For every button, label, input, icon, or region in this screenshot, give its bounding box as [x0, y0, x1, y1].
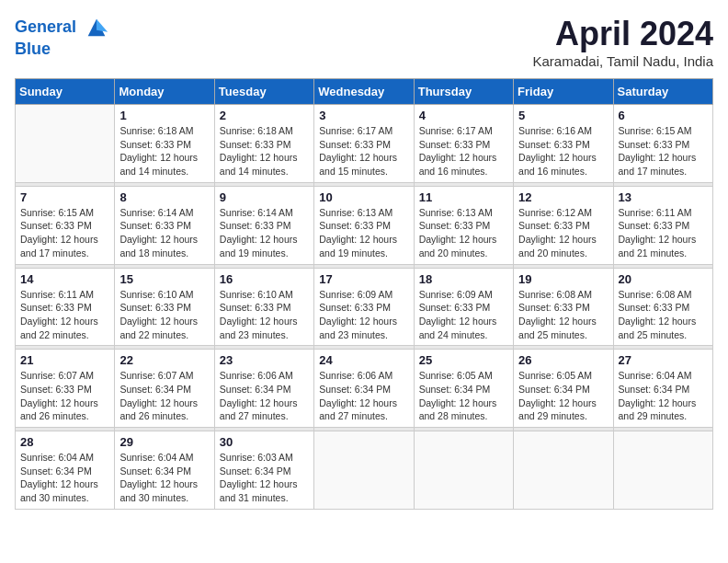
calendar-day-cell: 3Sunrise: 6:17 AMSunset: 6:33 PMDaylight…	[314, 105, 414, 183]
day-detail: Sunrise: 6:17 AMSunset: 6:33 PMDaylight:…	[319, 124, 408, 178]
day-detail: Sunrise: 6:05 AMSunset: 6:34 PMDaylight:…	[518, 369, 608, 423]
day-number: 18	[419, 272, 508, 286]
day-number: 14	[20, 272, 109, 286]
day-detail: Sunrise: 6:09 AMSunset: 6:33 PMDaylight:…	[419, 288, 508, 342]
calendar-week-row: 7Sunrise: 6:15 AMSunset: 6:33 PMDaylight…	[16, 186, 713, 264]
calendar-day-cell	[16, 105, 115, 183]
location-subtitle: Karamadai, Tamil Nadu, India	[533, 53, 714, 69]
day-number: 25	[419, 353, 508, 367]
day-detail: Sunrise: 6:08 AMSunset: 6:33 PMDaylight:…	[619, 288, 708, 342]
svg-marker-1	[97, 19, 108, 32]
day-number: 17	[319, 272, 408, 286]
day-number: 27	[619, 353, 708, 367]
day-detail: Sunrise: 6:07 AMSunset: 6:34 PMDaylight:…	[119, 369, 209, 423]
calendar-day-cell: 30Sunrise: 6:03 AMSunset: 6:34 PMDayligh…	[214, 431, 313, 510]
calendar-day-cell: 6Sunrise: 6:15 AMSunset: 6:33 PMDaylight…	[613, 105, 712, 183]
weekday-header-saturday: Saturday	[613, 79, 712, 105]
day-number: 10	[319, 190, 408, 204]
weekday-header-monday: Monday	[115, 79, 214, 105]
weekday-header-sunday: Sunday	[16, 79, 115, 105]
day-number: 9	[220, 190, 309, 204]
page-header: General Blue April 2024 Karamadai, Tamil…	[15, 15, 713, 69]
day-detail: Sunrise: 6:04 AMSunset: 6:34 PMDaylight:…	[619, 369, 708, 423]
calendar-week-row: 14Sunrise: 6:11 AMSunset: 6:33 PMDayligh…	[16, 268, 713, 346]
calendar-day-cell: 5Sunrise: 6:16 AMSunset: 6:33 PMDaylight…	[514, 105, 613, 183]
logo: General Blue	[15, 15, 109, 59]
day-number: 20	[619, 272, 708, 286]
calendar-day-cell: 21Sunrise: 6:07 AMSunset: 6:33 PMDayligh…	[16, 350, 115, 428]
day-detail: Sunrise: 6:06 AMSunset: 6:34 PMDaylight:…	[220, 369, 309, 423]
day-detail: Sunrise: 6:10 AMSunset: 6:33 PMDaylight:…	[119, 288, 209, 342]
day-detail: Sunrise: 6:07 AMSunset: 6:33 PMDaylight:…	[20, 369, 109, 423]
calendar-day-cell: 1Sunrise: 6:18 AMSunset: 6:33 PMDaylight…	[115, 105, 214, 183]
day-number: 4	[419, 109, 508, 122]
logo-subtext: Blue	[15, 40, 109, 59]
calendar-day-cell: 12Sunrise: 6:12 AMSunset: 6:33 PMDayligh…	[514, 186, 613, 264]
calendar-day-cell: 4Sunrise: 6:17 AMSunset: 6:33 PMDaylight…	[414, 105, 513, 183]
day-number: 21	[20, 353, 109, 367]
day-number: 24	[319, 353, 408, 367]
day-detail: Sunrise: 6:15 AMSunset: 6:33 PMDaylight:…	[619, 124, 708, 178]
day-number: 6	[619, 109, 708, 122]
calendar-day-cell: 26Sunrise: 6:05 AMSunset: 6:34 PMDayligh…	[514, 350, 613, 428]
day-number: 2	[220, 109, 309, 122]
calendar-day-cell: 28Sunrise: 6:04 AMSunset: 6:34 PMDayligh…	[16, 431, 115, 510]
weekday-header-row: SundayMondayTuesdayWednesdayThursdayFrid…	[16, 79, 713, 105]
calendar-day-cell: 17Sunrise: 6:09 AMSunset: 6:33 PMDayligh…	[314, 268, 414, 346]
day-detail: Sunrise: 6:13 AMSunset: 6:33 PMDaylight:…	[319, 206, 408, 260]
day-detail: Sunrise: 6:16 AMSunset: 6:33 PMDaylight:…	[518, 124, 608, 178]
day-number: 30	[220, 435, 309, 449]
calendar-day-cell: 18Sunrise: 6:09 AMSunset: 6:33 PMDayligh…	[414, 268, 513, 346]
day-detail: Sunrise: 6:08 AMSunset: 6:33 PMDaylight:…	[518, 288, 608, 342]
day-detail: Sunrise: 6:15 AMSunset: 6:33 PMDaylight:…	[20, 206, 109, 260]
day-detail: Sunrise: 6:10 AMSunset: 6:33 PMDaylight:…	[220, 288, 309, 342]
day-number: 15	[119, 272, 209, 286]
day-detail: Sunrise: 6:04 AMSunset: 6:34 PMDaylight:…	[119, 451, 209, 505]
day-detail: Sunrise: 6:18 AMSunset: 6:33 PMDaylight:…	[220, 124, 309, 178]
calendar-day-cell: 19Sunrise: 6:08 AMSunset: 6:33 PMDayligh…	[514, 268, 613, 346]
calendar-week-row: 1Sunrise: 6:18 AMSunset: 6:33 PMDaylight…	[16, 105, 713, 183]
day-detail: Sunrise: 6:18 AMSunset: 6:33 PMDaylight:…	[119, 124, 209, 178]
calendar-day-cell: 15Sunrise: 6:10 AMSunset: 6:33 PMDayligh…	[115, 268, 214, 346]
calendar-table: SundayMondayTuesdayWednesdayThursdayFrid…	[15, 78, 713, 510]
calendar-day-cell: 23Sunrise: 6:06 AMSunset: 6:34 PMDayligh…	[214, 350, 313, 428]
day-number: 7	[20, 190, 109, 204]
calendar-day-cell: 25Sunrise: 6:05 AMSunset: 6:34 PMDayligh…	[414, 350, 513, 428]
calendar-day-cell: 27Sunrise: 6:04 AMSunset: 6:34 PMDayligh…	[613, 350, 712, 428]
day-number: 16	[220, 272, 309, 286]
weekday-header-thursday: Thursday	[414, 79, 513, 105]
day-detail: Sunrise: 6:13 AMSunset: 6:33 PMDaylight:…	[419, 206, 508, 260]
calendar-day-cell: 13Sunrise: 6:11 AMSunset: 6:33 PMDayligh…	[613, 186, 712, 264]
weekday-header-wednesday: Wednesday	[314, 79, 414, 105]
day-detail: Sunrise: 6:12 AMSunset: 6:33 PMDaylight:…	[518, 206, 608, 260]
calendar-week-row: 28Sunrise: 6:04 AMSunset: 6:34 PMDayligh…	[16, 431, 713, 510]
calendar-day-cell	[514, 431, 613, 510]
day-number: 1	[119, 109, 209, 122]
day-number: 13	[619, 190, 708, 204]
day-number: 12	[518, 190, 608, 204]
day-detail: Sunrise: 6:03 AMSunset: 6:34 PMDaylight:…	[220, 451, 309, 505]
day-number: 3	[319, 109, 408, 122]
calendar-day-cell	[314, 431, 414, 510]
calendar-day-cell	[414, 431, 513, 510]
title-block: April 2024 Karamadai, Tamil Nadu, India	[533, 15, 714, 69]
day-number: 22	[119, 353, 209, 367]
day-detail: Sunrise: 6:17 AMSunset: 6:33 PMDaylight:…	[419, 124, 508, 178]
calendar-day-cell: 20Sunrise: 6:08 AMSunset: 6:33 PMDayligh…	[613, 268, 712, 346]
calendar-day-cell: 7Sunrise: 6:15 AMSunset: 6:33 PMDaylight…	[16, 186, 115, 264]
day-number: 26	[518, 353, 608, 367]
logo-text: General	[15, 15, 109, 40]
calendar-week-row: 21Sunrise: 6:07 AMSunset: 6:33 PMDayligh…	[16, 350, 713, 428]
day-detail: Sunrise: 6:06 AMSunset: 6:34 PMDaylight:…	[319, 369, 408, 423]
calendar-day-cell: 11Sunrise: 6:13 AMSunset: 6:33 PMDayligh…	[414, 186, 513, 264]
day-number: 29	[119, 435, 209, 449]
day-detail: Sunrise: 6:05 AMSunset: 6:34 PMDaylight:…	[419, 369, 508, 423]
day-detail: Sunrise: 6:14 AMSunset: 6:33 PMDaylight:…	[220, 206, 309, 260]
day-number: 19	[518, 272, 608, 286]
calendar-day-cell: 16Sunrise: 6:10 AMSunset: 6:33 PMDayligh…	[214, 268, 313, 346]
day-number: 28	[20, 435, 109, 449]
weekday-header-friday: Friday	[514, 79, 613, 105]
calendar-day-cell: 8Sunrise: 6:14 AMSunset: 6:33 PMDaylight…	[115, 186, 214, 264]
calendar-day-cell: 29Sunrise: 6:04 AMSunset: 6:34 PMDayligh…	[115, 431, 214, 510]
weekday-header-tuesday: Tuesday	[214, 79, 313, 105]
